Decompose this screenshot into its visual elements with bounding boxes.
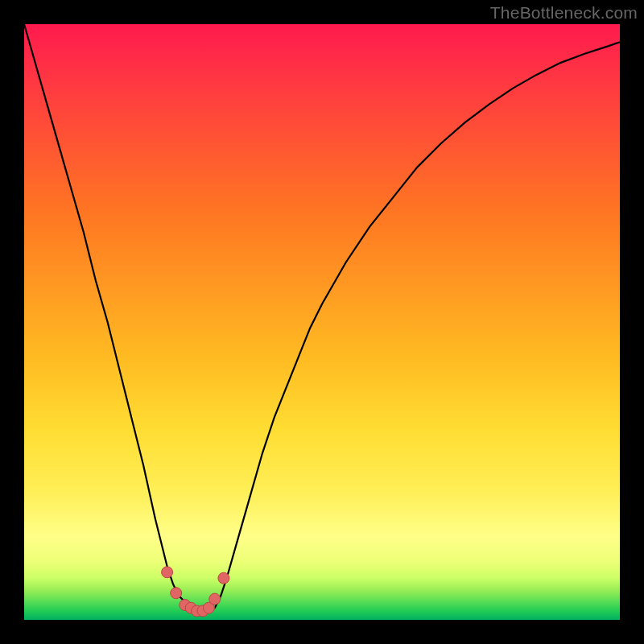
marker-dot [218,572,229,584]
outer-frame: TheBottleneck.com [0,0,644,644]
marker-dot [162,567,173,578]
marker-cluster [162,567,229,617]
watermark-text: TheBottleneck.com [490,3,638,23]
marker-dot [171,588,182,599]
chart-svg [24,24,620,620]
marker-dot [209,593,221,605]
plot-area [24,24,620,620]
bottleneck-curve [24,24,620,612]
